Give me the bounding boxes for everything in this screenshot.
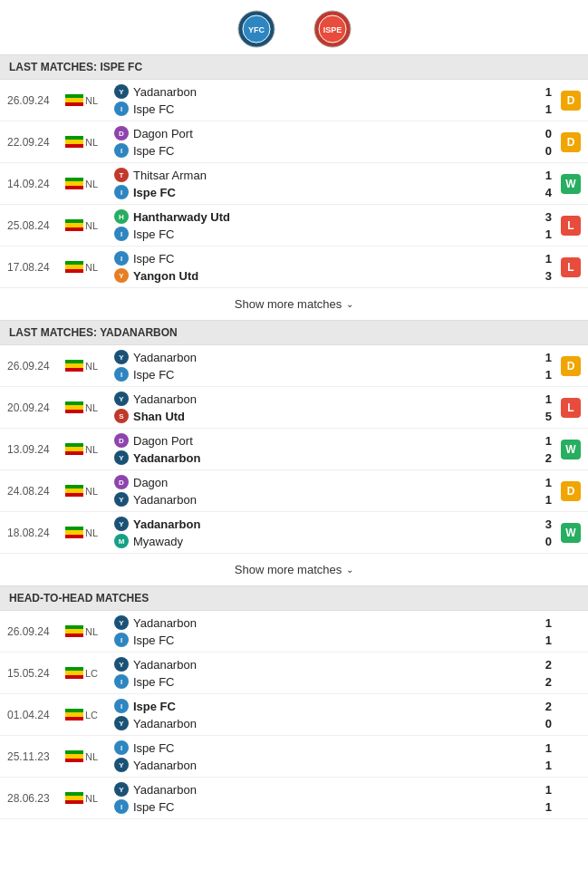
team-icon: Y — [114, 657, 129, 672]
team-row: YYangon Utd3 — [114, 268, 555, 283]
match-date: 25.11.23 — [7, 750, 65, 763]
team-name: Dagon Port — [133, 127, 193, 140]
match-teams: YYadanarbon1SShan Utd5 — [114, 392, 555, 423]
team-icon: H — [114, 209, 129, 224]
team-icon: M — [114, 534, 129, 548]
flag-myanmar — [65, 750, 83, 762]
result-badge: W — [561, 440, 581, 459]
team-icon: I — [114, 185, 129, 199]
match-date: 22.09.24 — [7, 136, 65, 149]
team-icon: D — [114, 475, 129, 489]
team-row: YYadanarbon0 — [114, 716, 555, 730]
sections-container: LAST MATCHES: ISPE FC26.09.24NLYYadanarb… — [0, 54, 588, 819]
team-score: 1 — [537, 783, 555, 797]
match-league: NL — [85, 527, 111, 538]
team-row: IIspe FC1 — [114, 799, 555, 814]
team-row: IIspe FC1 — [114, 633, 555, 647]
team-row: DDagon Port0 — [114, 126, 555, 140]
team-icon: I — [114, 699, 129, 713]
match-date: 17.08.24 — [7, 261, 65, 274]
match-league: NL — [85, 95, 111, 106]
match-teams: DDagon1YYadanarbon1 — [114, 475, 555, 507]
match-teams: YYadanarbon2IIspe FC2 — [114, 657, 555, 689]
team-score: 1 — [537, 476, 555, 489]
show-more-button[interactable]: Show more matches ⌄ — [0, 288, 588, 320]
team-row: YYadanarbon1 — [114, 350, 555, 364]
team-score: 1 — [537, 351, 555, 364]
team-score: 1 — [537, 85, 555, 99]
result-badge: D — [561, 132, 581, 152]
flag-myanmar — [65, 485, 83, 497]
match-league: NL — [85, 486, 111, 497]
match-league: NL — [85, 361, 111, 372]
team-score: 0 — [537, 127, 555, 140]
team-name: Yadanarbon — [133, 451, 200, 465]
match-teams: YYadanarbon1IIspe FC1 — [114, 350, 555, 382]
result-badge: W — [561, 174, 581, 194]
team-row: IIspe FC4 — [114, 185, 555, 199]
team-name: Ispe FC — [133, 144, 175, 158]
team-row: YYadanarbon2 — [114, 657, 555, 672]
team-name: Ispe FC — [133, 252, 175, 266]
show-more-button[interactable]: Show more matches ⌄ — [0, 554, 588, 585]
flag-myanmar — [65, 667, 83, 679]
result-badge: D — [561, 91, 581, 111]
match-teams: IIspe FC1YYangon Utd3 — [114, 251, 555, 283]
team-icon: I — [114, 227, 129, 241]
match-teams: TThitsar Arman1IIspe FC4 — [114, 168, 555, 199]
result-badge: L — [561, 216, 581, 236]
match-date: 24.08.24 — [7, 485, 65, 498]
team-row: IIspe FC1 — [114, 740, 555, 755]
match-date: 20.09.24 — [7, 401, 65, 414]
match-pair: 26.09.24NLYYadanarbon1IIspe FC1 — [0, 611, 588, 653]
section-last-ispe: LAST MATCHES: ISPE FC26.09.24NLYYadanarb… — [0, 54, 588, 320]
team-name: Yadanarbon — [133, 392, 197, 406]
team-icon: I — [114, 799, 129, 814]
chevron-down-icon: ⌄ — [346, 299, 353, 309]
match-date: 13.09.24 — [7, 443, 65, 456]
svg-text:YFC: YFC — [248, 25, 265, 34]
match-league: NL — [85, 444, 111, 455]
team-row: IIspe FC1 — [114, 251, 555, 266]
team-icon: D — [114, 126, 129, 140]
team-score: 5 — [537, 410, 555, 423]
match-league: NL — [85, 751, 111, 762]
match-league: NL — [85, 262, 111, 273]
match-teams: YYadanarbon1IIspe FC1 — [114, 615, 555, 647]
team-name: Yadanarbon — [133, 759, 197, 772]
team-row: YYadanarbon2 — [114, 450, 555, 465]
match-league: NL — [85, 179, 111, 189]
show-more-label: Show more matches — [235, 297, 342, 311]
section-header: LAST MATCHES: YADANARBON — [0, 320, 588, 345]
result-badge: W — [561, 523, 581, 543]
flag-myanmar — [65, 443, 83, 455]
team-icon: Y — [114, 268, 129, 283]
match-date: 18.08.24 — [7, 527, 65, 539]
team-name: Yadanarbon — [133, 616, 197, 630]
section-last-yadanarbon: LAST MATCHES: YADANARBON26.09.24NLYYadan… — [0, 320, 588, 585]
team-row: YYadanarbon3 — [114, 517, 555, 531]
match-league: NL — [85, 626, 111, 637]
team-row: IIspe FC1 — [114, 227, 555, 241]
match-date: 01.04.24 — [7, 709, 65, 721]
team-row: SShan Utd5 — [114, 409, 555, 423]
team-score: 0 — [537, 144, 555, 158]
match-pair: 28.06.23NLYYadanarbon1IIspe FC1 — [0, 778, 588, 819]
show-more-label: Show more matches — [235, 563, 342, 576]
team-score: 3 — [537, 269, 555, 283]
team-score: 0 — [537, 535, 555, 548]
team-icon: Y — [114, 350, 129, 364]
result-badge: D — [561, 481, 581, 501]
match-date: 26.09.24 — [7, 360, 65, 372]
match-date: 14.09.24 — [7, 178, 65, 190]
team-score: 1 — [537, 741, 555, 755]
team-score: 1 — [537, 759, 555, 772]
match-pair: 24.08.24NLDDagon1YYadanarbon1D — [0, 470, 588, 512]
team-name: Yadanarbon — [133, 351, 197, 364]
match-pair: 20.09.24NLYYadanarbon1SShan Utd5L — [0, 387, 588, 429]
team-icon: I — [114, 251, 129, 266]
team-score: 1 — [537, 227, 555, 241]
team-name: Yadanarbon — [133, 783, 197, 797]
match-league: NL — [85, 137, 111, 148]
team-score: 1 — [537, 493, 555, 507]
